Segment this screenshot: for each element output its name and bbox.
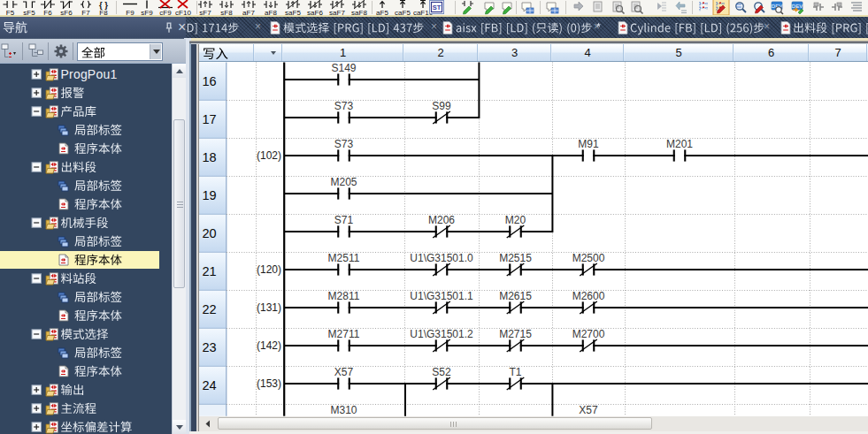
svg-text:M91: M91	[578, 138, 599, 150]
svg-text:U1\G31501.1: U1\G31501.1	[410, 290, 473, 302]
svg-text:M2600: M2600	[572, 290, 605, 302]
svg-text:M20: M20	[505, 214, 526, 226]
svg-text:M2700: M2700	[572, 328, 605, 340]
svg-text:(102): (102)	[257, 149, 281, 162]
svg-text:M2515: M2515	[499, 252, 532, 264]
svg-text:(120): (120)	[257, 263, 281, 276]
svg-text:18: 18	[203, 150, 217, 164]
svg-text:X57: X57	[334, 366, 354, 378]
svg-text:M205: M205	[330, 176, 357, 188]
svg-text:M2715: M2715	[499, 328, 532, 340]
svg-text:ProgPou1: ProgPou1	[61, 67, 118, 81]
svg-text:M2500: M2500	[572, 252, 605, 264]
svg-text:M310: M310	[330, 404, 357, 416]
svg-text:S52: S52	[432, 366, 451, 378]
svg-text:S73: S73	[334, 100, 354, 112]
svg-text:U1\G31501.0: U1\G31501.0	[410, 252, 473, 264]
svg-text:(131): (131)	[257, 301, 281, 314]
svg-text:20: 20	[203, 226, 217, 240]
svg-text:T1: T1	[509, 366, 521, 378]
svg-text:M2511: M2511	[328, 252, 360, 264]
svg-text:M2811: M2811	[328, 290, 360, 302]
svg-text:M201: M201	[666, 138, 693, 150]
svg-text:DEV: DEV	[792, 4, 803, 9]
svg-text:X57: X57	[579, 404, 598, 416]
svg-text:S149: S149	[331, 62, 356, 74]
svg-text:(142): (142)	[257, 339, 281, 352]
svg-text:S71: S71	[334, 214, 354, 226]
svg-text:16: 16	[203, 74, 217, 88]
svg-text:ST: ST	[433, 4, 442, 11]
svg-text:19: 19	[203, 188, 217, 202]
svg-text:22: 22	[203, 302, 217, 316]
svg-text:U1\G31501.2: U1\G31501.2	[410, 328, 473, 340]
svg-text:S73: S73	[334, 138, 354, 150]
svg-text:23: 23	[203, 340, 217, 354]
svg-text:S99: S99	[432, 100, 451, 112]
svg-text:21: 21	[203, 264, 217, 278]
svg-text:(153): (153)	[257, 377, 281, 390]
svg-text:M2615: M2615	[499, 290, 532, 302]
svg-text:M2711: M2711	[328, 328, 360, 340]
svg-text:M206: M206	[428, 214, 455, 226]
svg-text:17: 17	[203, 112, 217, 126]
svg-text:24: 24	[203, 378, 217, 392]
